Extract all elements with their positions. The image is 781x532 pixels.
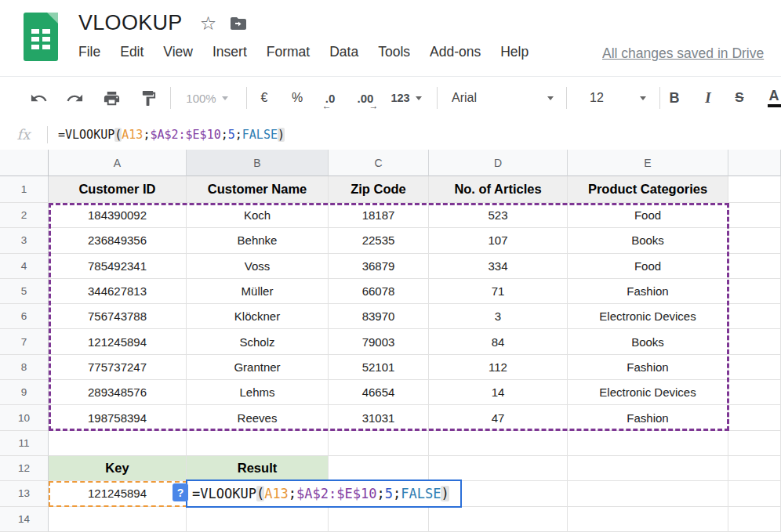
row-header-8[interactable]: 8: [0, 355, 49, 380]
cell-B2[interactable]: Koch: [187, 203, 329, 228]
cell-F5[interactable]: [728, 279, 781, 304]
formula-help-badge[interactable]: ?: [173, 483, 188, 501]
more-formats-button[interactable]: 123: [386, 77, 427, 119]
cell-B1[interactable]: Customer Name: [187, 176, 329, 203]
cell-F6[interactable]: [728, 304, 781, 329]
format-percent-button[interactable]: %: [285, 77, 309, 119]
cell-B5[interactable]: Müller: [187, 279, 329, 304]
cell-B9[interactable]: Lehms: [187, 380, 329, 405]
column-header-A[interactable]: A: [49, 150, 187, 176]
row-header-7[interactable]: 7: [0, 329, 49, 354]
cell-A11[interactable]: [49, 431, 187, 456]
cell-F11[interactable]: [728, 431, 781, 456]
row-header-13[interactable]: 13: [0, 481, 49, 506]
cell-E14[interactable]: [568, 507, 728, 532]
column-header-f[interactable]: [728, 150, 781, 176]
row-header-3[interactable]: 3: [0, 228, 49, 253]
row-header-5[interactable]: 5: [0, 279, 49, 304]
sheets-logo-icon[interactable]: [24, 13, 58, 61]
menu-item-insert[interactable]: Insert: [213, 44, 247, 60]
row-header-9[interactable]: 9: [0, 380, 49, 405]
cell-F2[interactable]: [728, 203, 781, 228]
cell-C12[interactable]: [329, 456, 429, 481]
star-icon[interactable]: ☆: [200, 14, 217, 33]
text-color-button[interactable]: A: [761, 77, 781, 119]
cell-E6[interactable]: Electronic Devices: [568, 304, 728, 329]
document-title[interactable]: VLOOKUP: [78, 11, 183, 35]
cell-F9[interactable]: [728, 380, 781, 405]
cell-E11[interactable]: [568, 431, 728, 456]
column-header-B[interactable]: B: [187, 150, 329, 176]
menu-item-tools[interactable]: Tools: [378, 44, 410, 60]
font-family-select[interactable]: Arial: [447, 77, 558, 119]
cell-D3[interactable]: 107: [429, 228, 568, 253]
column-header-C[interactable]: C: [329, 150, 429, 176]
menu-item-addons[interactable]: Add-ons: [430, 44, 481, 60]
cell-C1[interactable]: Zip Code: [329, 176, 429, 203]
row-header-10[interactable]: 10: [0, 405, 49, 430]
cell-D11[interactable]: [429, 431, 568, 456]
row-header-2[interactable]: 2: [0, 203, 49, 228]
cell-A4[interactable]: 785492341: [49, 254, 187, 279]
menu-item-data[interactable]: Data: [329, 44, 358, 60]
cell-A9[interactable]: 289348576: [49, 380, 187, 405]
cell-E7[interactable]: Books: [568, 329, 728, 354]
cell-B10[interactable]: Reeves: [187, 405, 329, 430]
cell-D2[interactable]: 523: [429, 203, 568, 228]
cell-A3[interactable]: 236849356: [49, 228, 187, 253]
row-header-1[interactable]: 1: [0, 176, 49, 203]
cell-D8[interactable]: 112: [429, 355, 568, 380]
cell-A2[interactable]: 184390092: [49, 203, 187, 228]
undo-button[interactable]: [27, 77, 50, 119]
cell-A10[interactable]: 198758394: [49, 405, 187, 430]
decrease-decimal-button[interactable]: .0←: [317, 77, 343, 119]
cell-B12[interactable]: Result: [187, 456, 329, 481]
cell-F14[interactable]: [728, 507, 781, 532]
cell-E3[interactable]: Books: [568, 228, 728, 253]
cell-D1[interactable]: No. of Articles: [429, 176, 568, 203]
cell-C3[interactable]: 22535: [329, 228, 429, 253]
row-header-12[interactable]: 12: [0, 456, 49, 481]
cell-C2[interactable]: 18187: [329, 203, 429, 228]
cell-C8[interactable]: 52101: [329, 355, 429, 380]
cell-A14[interactable]: [49, 507, 187, 532]
move-to-folder-icon[interactable]: [229, 14, 248, 33]
cell-D12[interactable]: [429, 456, 568, 481]
cell-B14[interactable]: [187, 507, 329, 532]
cell-D7[interactable]: 84: [429, 329, 568, 354]
row-header-6[interactable]: 6: [0, 304, 49, 329]
cell-A5[interactable]: 344627813: [49, 279, 187, 304]
cell-B3[interactable]: Behnke: [187, 228, 329, 253]
bold-button[interactable]: B: [663, 77, 685, 119]
cell-E12[interactable]: [568, 456, 728, 481]
cell-A1[interactable]: Customer ID: [49, 176, 187, 203]
cell-E10[interactable]: Fashion: [568, 405, 728, 430]
cell-F8[interactable]: [728, 355, 781, 380]
cell-E8[interactable]: Fashion: [568, 355, 728, 380]
cell-B11[interactable]: [187, 431, 329, 456]
menu-item-edit[interactable]: Edit: [120, 44, 143, 60]
row-header-14[interactable]: 14: [0, 507, 49, 532]
italic-button[interactable]: I: [697, 77, 719, 119]
font-size-select[interactable]: 12: [583, 77, 652, 119]
select-all-corner[interactable]: [0, 150, 49, 176]
cell-B6[interactable]: Klöckner: [187, 304, 329, 329]
cell-C11[interactable]: [329, 431, 429, 456]
cell-F13[interactable]: [728, 481, 781, 506]
cell-E13[interactable]: [568, 481, 728, 506]
cell-F3[interactable]: [728, 228, 781, 253]
cell-E2[interactable]: Food: [568, 203, 728, 228]
cell-D5[interactable]: 71: [429, 279, 568, 304]
cell-D6[interactable]: 3: [429, 304, 568, 329]
cell-F12[interactable]: [728, 456, 781, 481]
cell-B7[interactable]: Scholz: [187, 329, 329, 354]
cell-F10[interactable]: [728, 405, 781, 430]
cell-E9[interactable]: Electronic Devices: [568, 380, 728, 405]
redo-button[interactable]: [63, 77, 86, 119]
cell-E1[interactable]: Product Categories: [568, 176, 728, 203]
cell-C6[interactable]: 83970: [329, 304, 429, 329]
format-currency-button[interactable]: €: [252, 77, 276, 119]
cell-F1[interactable]: [728, 176, 781, 203]
cell-editor-b13[interactable]: =VLOOKUP(A13;$A$2:$E$10;5;FALSE): [186, 480, 462, 508]
cell-D9[interactable]: 14: [429, 380, 568, 405]
